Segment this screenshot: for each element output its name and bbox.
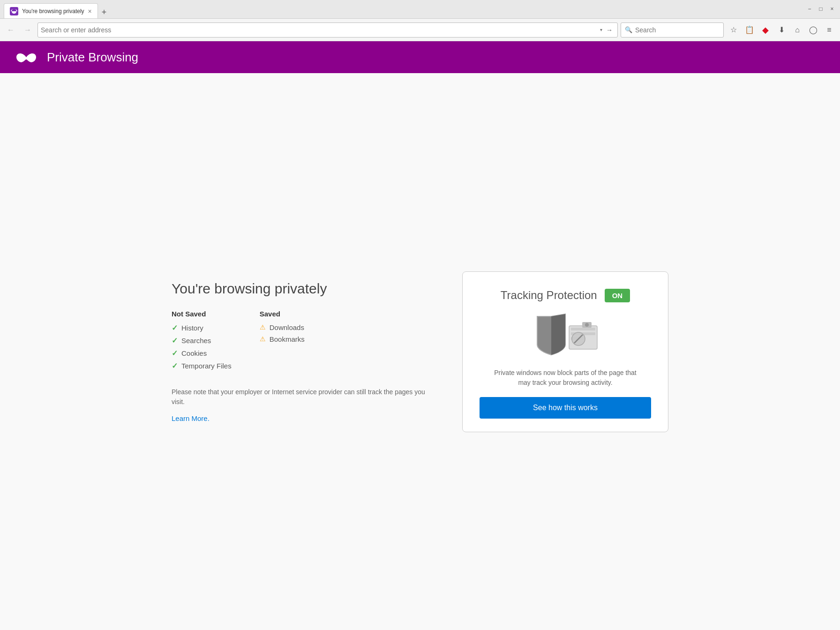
add-tab-button[interactable]: + (98, 6, 111, 18)
mask-logo (15, 50, 38, 65)
banner-title: Private Browsing (47, 50, 138, 65)
pocket-button[interactable]: ◆ (758, 23, 772, 37)
warning-icon: ⚠ (260, 335, 266, 343)
list-item: ⚠ Bookmarks (260, 335, 305, 343)
toolbar: ← → ▾ → 🔍 ☆ 📋 ◆ ⬇ ⌂ ◯ ≡ (0, 19, 840, 41)
list-item: ✓ Cookies (172, 349, 232, 358)
item-history: History (181, 324, 203, 332)
menu-button[interactable]: ≡ (822, 23, 836, 37)
tracking-protection-card: Tracking Protection ON (462, 271, 668, 432)
svg-point-7 (585, 323, 589, 327)
shield-illustration (528, 312, 603, 359)
saved-label: Saved (260, 310, 305, 318)
minimize-button[interactable]: − (805, 5, 814, 13)
private-browsing-header: Private Browsing (0, 41, 840, 73)
item-downloads: Downloads (270, 323, 304, 331)
active-tab[interactable]: You're browsing privately × (4, 3, 98, 18)
title-bar: You're browsing privately × + − □ × (0, 0, 840, 19)
main-heading: You're browsing privately (172, 281, 434, 297)
list-item: ✓ Searches (172, 336, 232, 345)
list-item: ⚠ Downloads (260, 323, 305, 331)
not-saved-label: Not Saved (172, 310, 232, 318)
see-how-button[interactable]: See how this works (480, 397, 651, 419)
home-button[interactable]: ⌂ (790, 23, 804, 37)
check-icon: ✓ (172, 349, 178, 358)
address-bar[interactable]: ▾ → (38, 22, 618, 38)
learn-more-link[interactable]: Learn More. (172, 414, 210, 422)
card-description: Private windows now block parts of the p… (490, 368, 640, 388)
not-saved-list: ✓ History ✓ Searches ✓ Cookies ✓ Tempora… (172, 323, 232, 370)
forward-button[interactable]: → (21, 23, 35, 37)
address-input[interactable] (41, 26, 598, 34)
tracking-protection-title: Tracking Protection (501, 289, 597, 302)
check-icon: ✓ (172, 323, 178, 332)
svg-rect-1 (571, 328, 595, 330)
address-dropdown-icon[interactable]: ▾ (600, 27, 602, 32)
warning-icon: ⚠ (260, 323, 266, 331)
on-badge: ON (605, 289, 630, 302)
info-columns: Not Saved ✓ History ✓ Searches ✓ Cookies (172, 310, 434, 374)
main-content: You're browsing privately Not Saved ✓ Hi… (0, 73, 840, 630)
tab-title: You're browsing privately (22, 8, 84, 15)
tab-close-button[interactable]: × (88, 8, 92, 15)
item-searches: Searches (181, 337, 211, 345)
list-item: ✓ Temporary Files (172, 361, 232, 370)
saved-list: ⚠ Downloads ⚠ Bookmarks (260, 323, 305, 343)
not-saved-column: Not Saved ✓ History ✓ Searches ✓ Cookies (172, 310, 232, 374)
window-controls: − □ × (805, 5, 836, 13)
item-bookmarks: Bookmarks (270, 335, 305, 343)
address-go-button[interactable]: → (604, 25, 615, 35)
list-item: ✓ History (172, 323, 232, 332)
search-input[interactable] (635, 26, 701, 34)
shield-svg (528, 312, 603, 359)
note-text: Please note that your employer or Intern… (172, 387, 434, 407)
feedback-button[interactable]: ◯ (806, 23, 820, 37)
toolbar-right-buttons: ☆ 📋 ◆ ⬇ ⌂ ◯ ≡ (727, 23, 836, 37)
search-bar[interactable]: 🔍 (621, 22, 724, 38)
item-temp-files: Temporary Files (181, 362, 232, 370)
close-window-button[interactable]: × (828, 5, 836, 13)
reading-list-button[interactable]: 📋 (742, 23, 757, 37)
tab-favicon (10, 7, 18, 15)
search-icon: 🔍 (625, 26, 632, 33)
left-section: You're browsing privately Not Saved ✓ Hi… (172, 281, 434, 423)
item-cookies: Cookies (181, 349, 207, 357)
back-button[interactable]: ← (4, 23, 18, 37)
card-header: Tracking Protection ON (501, 289, 630, 302)
check-icon: ✓ (172, 361, 178, 370)
favorite-button[interactable]: ☆ (727, 23, 741, 37)
tab-bar: You're browsing privately × + (4, 3, 110, 18)
saved-column: Saved ⚠ Downloads ⚠ Bookmarks (260, 310, 305, 374)
maximize-button[interactable]: □ (817, 5, 825, 13)
check-icon: ✓ (172, 336, 178, 345)
download-button[interactable]: ⬇ (774, 23, 788, 37)
